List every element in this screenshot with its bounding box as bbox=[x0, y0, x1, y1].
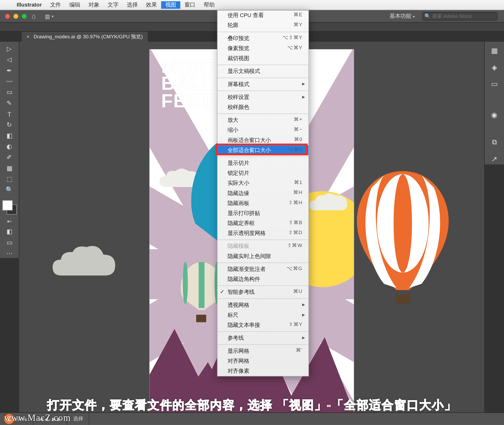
svg-rect-2 bbox=[396, 294, 410, 303]
menu-item[interactable]: 隐藏边缘⌘H bbox=[217, 188, 308, 198]
menu-edit[interactable]: 编辑 bbox=[65, 1, 84, 9]
eraser-tool[interactable]: ◧ bbox=[5, 131, 14, 140]
orange-balloon-shape bbox=[355, 171, 451, 305]
menu-view[interactable]: 视图 bbox=[161, 1, 180, 9]
rotate-tool[interactable]: ↻ bbox=[5, 120, 14, 129]
menu-item[interactable]: 隐藏边角构件 bbox=[217, 274, 308, 284]
gray-cloud-shape bbox=[48, 242, 119, 285]
menu-item[interactable]: 隐藏画板⇧⌘H bbox=[217, 198, 308, 208]
gradient-tool[interactable]: ▦ bbox=[5, 164, 14, 173]
menu-item[interactable]: 显示切片 bbox=[217, 158, 308, 168]
menu-item[interactable]: 显示网格⌘' bbox=[217, 346, 308, 356]
layers-panel-icon[interactable]: ◈ bbox=[489, 62, 500, 72]
menu-item: 隐藏模板⇧⌘W bbox=[217, 241, 308, 251]
menu-item[interactable]: 全部适合窗口大小⌥⌘0 bbox=[217, 145, 308, 155]
instruction-caption: 打开文件，要查看文件的全部内容，选择 「视图」-「全部适合窗口大小」 bbox=[0, 397, 504, 413]
direct-selection-tool[interactable]: ◁ bbox=[5, 55, 14, 64]
watermark-text: www.MacZ.com bbox=[4, 412, 71, 423]
menu-select[interactable]: 选择 bbox=[123, 1, 142, 9]
menu-item[interactable]: 隐藏文本串接⇧⌘Y bbox=[217, 320, 308, 330]
menu-item[interactable]: 叠印预览⌥⇧⌘Y bbox=[217, 33, 308, 43]
window-controls bbox=[0, 12, 27, 21]
curvature-tool[interactable]: 〰 bbox=[5, 77, 14, 86]
screen-mode-icon[interactable]: ▭ bbox=[5, 238, 14, 247]
menu-item[interactable]: 显示文稿模式 bbox=[217, 66, 308, 76]
menu-item[interactable]: 实际大小⌘1 bbox=[217, 178, 308, 188]
macos-menubar: Illustrator 文件 编辑 对象 文字 选择 效果 视图 窗口 帮助 bbox=[0, 0, 504, 10]
menu-item[interactable]: 隐藏实时上色间隙 bbox=[217, 251, 308, 261]
status-bar: 30.97% ◀ ◀ ▶ ▶ 选择 bbox=[0, 412, 504, 425]
menu-item[interactable]: 对齐网格 bbox=[217, 356, 308, 366]
libraries-panel-icon[interactable]: ▭ bbox=[489, 78, 500, 89]
right-panels: ▦ ◈ ▭ ◉ ⧉ ↗ bbox=[484, 42, 504, 164]
appearance-panel-icon[interactable]: ◉ bbox=[489, 109, 500, 120]
menu-item[interactable]: 画板适合窗口大小⌘0 bbox=[217, 135, 308, 145]
stock-search-input[interactable] bbox=[422, 12, 497, 20]
menu-item[interactable]: 参考线 bbox=[217, 333, 308, 343]
document-tab-title: Drawing_modes.ai @ 30.97% (CMYK/GPU 预览) bbox=[34, 33, 143, 40]
zoom-tool[interactable]: 🔍 bbox=[5, 185, 14, 195]
close-window-button[interactable] bbox=[5, 14, 10, 19]
menu-file[interactable]: 文件 bbox=[46, 1, 65, 9]
menu-item[interactable]: 缩小⌘− bbox=[217, 125, 308, 135]
home-button[interactable]: ⌂ bbox=[32, 13, 36, 20]
menu-item[interactable]: 显示打印拼贴 bbox=[217, 208, 308, 218]
app-name[interactable]: Illustrator bbox=[13, 2, 46, 8]
menu-item[interactable]: 放大⌘+ bbox=[217, 115, 308, 125]
menu-help[interactable]: 帮助 bbox=[200, 1, 219, 9]
menu-type[interactable]: 文字 bbox=[103, 1, 123, 9]
type-tool[interactable]: T bbox=[5, 109, 14, 119]
menu-item[interactable]: 显示透明度网格⇧⌘D bbox=[217, 228, 308, 238]
edit-toolbar-icon[interactable]: ⋯ bbox=[5, 249, 14, 258]
menu-item[interactable]: 对齐像素 bbox=[217, 366, 308, 376]
menu-item[interactable]: 屏幕模式 bbox=[217, 79, 308, 89]
svg-point-1 bbox=[393, 174, 412, 272]
menu-item[interactable]: 裁切视图 bbox=[217, 54, 308, 64]
menu-item[interactable]: 使用 CPU 查看⌘E bbox=[217, 11, 308, 20]
menu-item[interactable]: 轮廓⌘Y bbox=[217, 20, 308, 30]
view-menu-dropdown: 使用 CPU 查看⌘E轮廓⌘Y叠印预览⌥⇧⌘Y像素预览⌥⌘Y裁切视图显示文稿模式… bbox=[217, 10, 309, 376]
arrange-documents-button[interactable]: ▥ ▾ bbox=[45, 13, 54, 19]
shape-builder-tool[interactable]: ◐ bbox=[5, 142, 14, 151]
menu-window[interactable]: 窗口 bbox=[180, 1, 200, 9]
menu-item[interactable]: 隐藏渐变批注者⌥⌘G bbox=[217, 264, 308, 274]
menu-item[interactable]: 智能参考线⌘U✓ bbox=[217, 287, 308, 297]
close-tab-icon[interactable]: × bbox=[27, 34, 29, 39]
selection-tool[interactable]: ▷ bbox=[5, 44, 14, 54]
stock-search[interactable]: 🔍 bbox=[422, 12, 497, 20]
menu-effect[interactable]: 效果 bbox=[142, 1, 161, 9]
menu-item[interactable]: 校样设置 bbox=[217, 92, 308, 102]
draw-mode-icon[interactable]: ◧ bbox=[5, 227, 14, 236]
paintbrush-tool[interactable]: ✎ bbox=[5, 98, 14, 108]
artboard-tool[interactable]: ⬚ bbox=[5, 175, 14, 184]
menu-item[interactable]: 校样颜色 bbox=[217, 102, 308, 112]
export-panel-icon[interactable]: ↗ bbox=[489, 154, 500, 164]
cloud-shape bbox=[308, 191, 350, 214]
pen-tool[interactable]: ✒ bbox=[5, 66, 14, 75]
menu-item[interactable]: 像素预览⌥⌘Y bbox=[217, 43, 308, 53]
menu-item[interactable]: 透视网格 bbox=[217, 300, 308, 310]
eyedropper-tool[interactable]: ✐ bbox=[5, 153, 14, 162]
tools-panel: ▷ ◁ ✒ 〰 ▭ ✎ T ↻ ◧ ◐ ✐ ▦ ⬚ 🔍 ▪▫ ◧ ▭ ⋯ bbox=[0, 42, 19, 258]
asset-export-panel-icon[interactable]: ⧉ bbox=[489, 137, 500, 148]
fill-stroke-indicator[interactable] bbox=[2, 200, 17, 214]
rectangle-tool[interactable]: ▭ bbox=[5, 88, 14, 97]
search-icon: 🔍 bbox=[424, 13, 431, 19]
zoom-window-button[interactable] bbox=[22, 14, 27, 19]
document-tab[interactable]: × Drawing_modes.ai @ 30.97% (CMYK/GPU 预览… bbox=[22, 32, 148, 42]
workspace-switcher[interactable]: 基本功能 ▾ bbox=[390, 13, 415, 20]
menu-item[interactable]: 标尺 bbox=[217, 310, 308, 320]
menu-item[interactable]: 锁定切片 bbox=[217, 168, 308, 178]
properties-panel-icon[interactable]: ▦ bbox=[489, 45, 500, 56]
color-mode-icon[interactable]: ▪▫ bbox=[5, 216, 14, 225]
minimize-window-button[interactable] bbox=[13, 14, 18, 19]
menu-item[interactable]: 隐藏定界框⇧⌘B bbox=[217, 218, 308, 228]
menu-object[interactable]: 对象 bbox=[84, 1, 103, 9]
